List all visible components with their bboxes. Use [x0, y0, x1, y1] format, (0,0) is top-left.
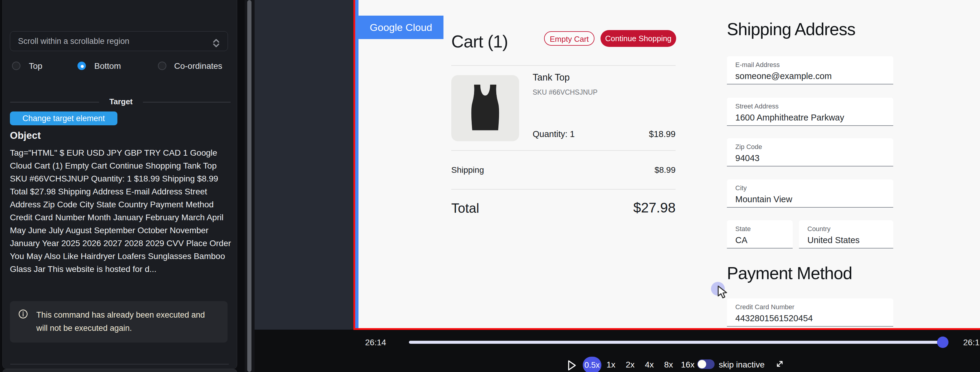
total-row-label: Total: [451, 201, 479, 216]
action-type-select[interactable]: Scroll within a scrollable region: [10, 31, 228, 51]
sidebar-divider: [10, 364, 229, 364]
shipping-address-heading: Shipping Address: [727, 19, 855, 39]
site-logo[interactable]: Google Cloud: [358, 16, 444, 39]
zip-field-value: 94043: [735, 153, 893, 163]
radio-coordinates-label[interactable]: Co-ordinates: [174, 62, 222, 70]
email-field-label: E-mail Address: [735, 61, 893, 69]
radio-top[interactable]: [12, 62, 21, 70]
continue-shopping-button[interactable]: Continue Shopping: [600, 30, 676, 47]
credit-card-field[interactable]: Credit Card Number 4432801561520454: [727, 299, 893, 327]
target-highlight-border-left: [353, 0, 355, 330]
country-field[interactable]: Country United States: [799, 220, 893, 249]
zip-field-label: Zip Code: [735, 143, 893, 151]
notice-box: This command has already been executed a…: [10, 301, 228, 343]
change-target-button[interactable]: Change target element: [10, 112, 118, 125]
notice-text: This command has already been executed a…: [36, 308, 213, 335]
object-heading: Object: [10, 130, 41, 141]
cart-item-name: Tank Top: [533, 72, 570, 83]
empty-cart-button[interactable]: Empty Cart: [544, 31, 595, 46]
radio-coordinates[interactable]: [158, 62, 166, 70]
object-text: Tag="HTML" $ EUR USD JPY GBP TRY CAD 1 G…: [10, 146, 231, 276]
state-field[interactable]: State CA: [727, 220, 793, 249]
current-time: 26:14: [365, 338, 386, 347]
zip-field[interactable]: Zip Code 94043: [727, 138, 893, 166]
play-icon[interactable]: [568, 360, 576, 372]
info-icon: [18, 309, 28, 320]
street-field[interactable]: Street Address 1600 Amphitheatre Parkway: [727, 97, 893, 126]
email-field[interactable]: E-mail Address someone@example.com: [727, 56, 893, 85]
city-field[interactable]: City Mountain View: [727, 179, 893, 208]
sidebar-scrollbar-thumb[interactable]: [247, 0, 251, 372]
action-type-selected-value: Scroll within a scrollable region: [18, 37, 129, 46]
speed-0-5x-button[interactable]: 0.5x: [583, 357, 601, 372]
target-divider-right: [143, 102, 231, 102]
street-field-value: 1600 Amphitheatre Parkway: [735, 113, 893, 123]
mouse-cursor-icon: [717, 286, 730, 300]
country-field-label: Country: [807, 225, 893, 233]
speed-4x-button[interactable]: 4x: [645, 360, 654, 370]
sidebar-next-section-edge: [2, 369, 237, 372]
street-field-label: Street Address: [735, 102, 893, 110]
fullscreen-expand-icon[interactable]: [774, 358, 786, 371]
speed-1x-button[interactable]: 1x: [606, 360, 616, 370]
email-field-value: someone@example.com: [735, 71, 893, 81]
cart-divider-1: [451, 65, 676, 66]
radio-bottom-label[interactable]: Bottom: [94, 62, 121, 70]
cart-item-price: $18.99: [600, 129, 676, 139]
cart-item-sku: SKU #66VCHSJNUP: [533, 88, 598, 96]
cart-divider-3: [451, 189, 676, 190]
credit-card-field-label: Credit Card Number: [735, 303, 893, 311]
toggle-knob: [698, 360, 706, 369]
page-left-accent-bar: [355, 0, 358, 328]
city-field-label: City: [735, 184, 893, 192]
target-section-label: Target: [102, 97, 140, 106]
speed-2x-button[interactable]: 2x: [626, 360, 635, 370]
product-image: [451, 75, 519, 141]
tank-top-image: [461, 83, 509, 134]
skip-inactive-toggle[interactable]: [697, 359, 714, 369]
radio-bottom[interactable]: [78, 62, 86, 70]
cart-divider-2: [451, 150, 676, 151]
shipping-row-label: Shipping: [451, 165, 484, 175]
chevron-up-down-icon: [211, 36, 221, 55]
end-time: 26:1: [963, 338, 980, 347]
payment-method-heading: Payment Method: [727, 263, 852, 283]
credit-card-field-value: 4432801561520454: [735, 313, 893, 323]
country-field-value: United States: [807, 235, 893, 245]
cart-title: Cart (1): [451, 31, 508, 51]
speed-8x-button[interactable]: 8x: [664, 360, 673, 370]
speed-16x-button[interactable]: 16x: [681, 360, 694, 370]
state-field-label: State: [735, 225, 793, 233]
skip-inactive-label: skip inactive: [719, 360, 765, 370]
timeline-track[interactable]: [409, 341, 939, 344]
target-divider-left: [10, 102, 99, 102]
radio-top-label[interactable]: Top: [29, 62, 42, 70]
state-field-value: CA: [735, 235, 793, 245]
cart-item-quantity: Quantity: 1: [533, 129, 575, 139]
shipping-row-price: $8.99: [600, 165, 676, 175]
timeline-scrubber-handle[interactable]: [937, 337, 948, 348]
city-field-value: Mountain View: [735, 195, 893, 204]
total-row-price: $27.98: [585, 200, 676, 216]
player-bar: [255, 330, 980, 372]
app-window: Scroll within a scrollable region Top Bo…: [0, 0, 980, 372]
